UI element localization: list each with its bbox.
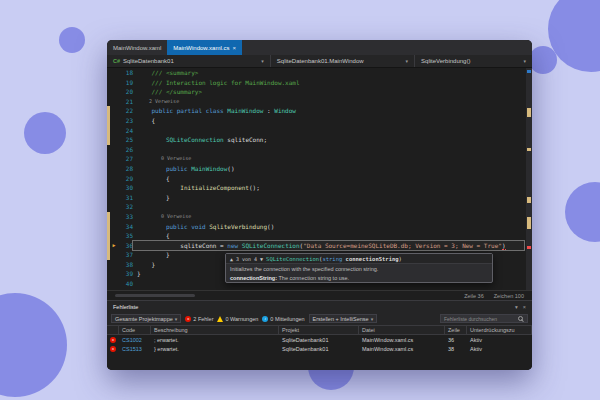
code-line[interactable]: 20 /// </summary> xyxy=(107,87,532,97)
glyph-margin xyxy=(110,116,118,126)
code-text: { xyxy=(133,116,532,126)
intellisense-filter-dropdown[interactable]: Erstellen + IntelliSense ▾ xyxy=(309,314,378,323)
code-text: 0 Verweise xyxy=(133,154,532,164)
code-text: { xyxy=(133,231,532,241)
column-header[interactable]: Zeile xyxy=(445,326,467,334)
severity-column-header[interactable] xyxy=(107,326,119,334)
code-text: /// <summary> xyxy=(133,68,532,78)
tooltip-parameter-name: connectionString: xyxy=(230,275,277,281)
line-number: 31 xyxy=(118,193,133,203)
code-line[interactable]: 25 SQLiteConnection sqliteConn; xyxy=(107,135,532,145)
column-header[interactable]: Datei xyxy=(359,326,445,334)
code-line[interactable]: 28 public MainWindow() xyxy=(107,164,532,174)
tab-mainwindow-xaml[interactable]: MainWindow.xaml xyxy=(107,40,167,55)
code-line[interactable]: 24 xyxy=(107,126,532,136)
code-line[interactable]: 27 0 Verweise xyxy=(107,154,532,164)
code-line[interactable]: 33 0 Verweise xyxy=(107,212,532,222)
code-line[interactable]: 31 } xyxy=(107,193,532,203)
code-line[interactable]: 32 xyxy=(107,202,532,212)
warnings-filter-button[interactable]: 0 Warnungen xyxy=(217,316,258,322)
line-number: 21 xyxy=(118,97,133,107)
overload-down-icon[interactable]: ▼ xyxy=(260,256,263,262)
error-file: MainWindow.xaml.cs xyxy=(359,337,445,343)
error-code[interactable]: CS1513 xyxy=(119,346,151,352)
code-text: /// </summary> xyxy=(133,87,532,97)
code-line[interactable]: 30 InitializeComponent(); xyxy=(107,183,532,193)
error-description: ; erwartet. xyxy=(151,337,279,343)
code-text xyxy=(133,202,532,212)
scope-dropdown[interactable]: Gesamte Projektmappe ▾ xyxy=(111,314,181,323)
severity-cell: x xyxy=(107,337,119,343)
glyph-margin xyxy=(110,87,118,97)
line-number: 27 xyxy=(118,154,133,164)
panel-menu-icon[interactable]: ▾ xyxy=(515,304,518,310)
error-icon: x xyxy=(185,316,191,322)
glyph-margin xyxy=(110,135,118,145)
error-row[interactable]: xCS1002; erwartet.SqliteDatenbank01MainW… xyxy=(107,335,532,344)
line-number: 20 xyxy=(118,87,133,97)
code-editor[interactable]: 18 /// <summary>19 /// Interaction logic… xyxy=(107,68,532,290)
error-list-search-input[interactable] xyxy=(444,316,515,322)
glyph-margin xyxy=(110,222,118,232)
code-line[interactable]: 23 { xyxy=(107,116,532,126)
glyph-margin xyxy=(110,78,118,88)
messages-filter-button[interactable]: i 0 Mitteilungen xyxy=(262,316,304,322)
glyph-margin xyxy=(110,212,118,222)
tooltip-parameter: connectionString: The connection string … xyxy=(226,273,492,282)
code-line[interactable]: 21 2 Verweise xyxy=(107,97,532,107)
code-text: InitializeComponent(); xyxy=(133,183,532,193)
glyph-margin xyxy=(110,106,118,116)
horizontal-scrollbar[interactable] xyxy=(115,294,195,297)
tab-label: MainWindow.xaml xyxy=(113,45,161,51)
status-line: Zeile 36 xyxy=(464,293,484,299)
overload-up-icon[interactable]: ▲ xyxy=(230,256,233,262)
line-number: 25 xyxy=(118,135,133,145)
column-header[interactable]: Unterdrückungszu xyxy=(467,326,532,334)
code-line[interactable]: 34 public void SqliteVerbindung() xyxy=(107,222,532,232)
type-name: SqliteDatenbank01.MainWindow xyxy=(277,58,364,64)
code-text: /// Interaction logic for MainWindow.xam… xyxy=(133,78,532,88)
vertical-scrollbar[interactable] xyxy=(526,68,532,290)
tab-mainwindow-xaml-cs[interactable]: MainWindow.xaml.cs × xyxy=(167,40,242,55)
code-line[interactable]: 29 { xyxy=(107,174,532,184)
code-line[interactable]: ▶36 sqliteConn = new SQLiteConnection("D… xyxy=(107,241,532,251)
code-text: public MainWindow() xyxy=(133,164,532,174)
error-line: 38 xyxy=(445,346,467,352)
scrollbar-annotation xyxy=(527,70,531,73)
editor-status-strip: Zeile 36 Zeichen 100 xyxy=(107,290,532,300)
code-text: SQLiteConnection sqliteConn; xyxy=(133,135,532,145)
glyph-margin xyxy=(110,193,118,203)
scrollbar-annotation xyxy=(527,108,531,117)
panel-close-icon[interactable]: × xyxy=(523,304,526,310)
error-row[interactable]: xCS1513} erwartet.SqliteDatenbank01MainW… xyxy=(107,344,532,353)
glyph-margin xyxy=(110,250,118,260)
search-icon xyxy=(518,316,524,322)
glyph-margin xyxy=(110,269,118,279)
close-icon[interactable]: × xyxy=(232,45,236,51)
decorative-circle xyxy=(0,293,67,397)
column-header[interactable]: Beschreibung xyxy=(151,326,279,334)
error-code[interactable]: CS1002 xyxy=(119,337,151,343)
error-project: SqliteDatenbank01 xyxy=(279,337,359,343)
glyph-margin xyxy=(110,231,118,241)
project-dropdown[interactable]: C# SqliteDatenbank01 ▾ xyxy=(107,55,271,67)
code-line[interactable]: 19 /// Interaction logic for MainWindow.… xyxy=(107,78,532,88)
column-header[interactable]: Projekt xyxy=(279,326,359,334)
code-text xyxy=(133,126,532,136)
code-line[interactable]: 18 /// <summary> xyxy=(107,68,532,78)
errors-filter-button[interactable]: x 2 Fehler xyxy=(185,316,213,322)
code-line[interactable]: 22 public partial class MainWindow : Win… xyxy=(107,106,532,116)
desktop-background: MainWindow.xaml MainWindow.xaml.cs × C# … xyxy=(0,0,600,400)
line-number: 32 xyxy=(118,202,133,212)
csharp-project-icon: C# xyxy=(113,58,120,64)
member-name: SqliteVerbindung() xyxy=(421,58,470,64)
error-list-header: CodeBeschreibungProjektDateiZeileUnterdr… xyxy=(107,325,532,335)
error-project: SqliteDatenbank01 xyxy=(279,346,359,352)
type-dropdown[interactable]: SqliteDatenbank01.MainWindow ▾ xyxy=(271,55,415,67)
member-dropdown[interactable]: SqliteVerbindung() ▾ xyxy=(415,55,532,67)
panel-title-icons: ▾ × xyxy=(515,304,526,310)
error-list-rows: xCS1002; erwartet.SqliteDatenbank01MainW… xyxy=(107,335,532,370)
code-line[interactable]: 26 xyxy=(107,145,532,155)
code-line[interactable]: 35 { xyxy=(107,231,532,241)
column-header[interactable]: Code xyxy=(119,326,151,334)
